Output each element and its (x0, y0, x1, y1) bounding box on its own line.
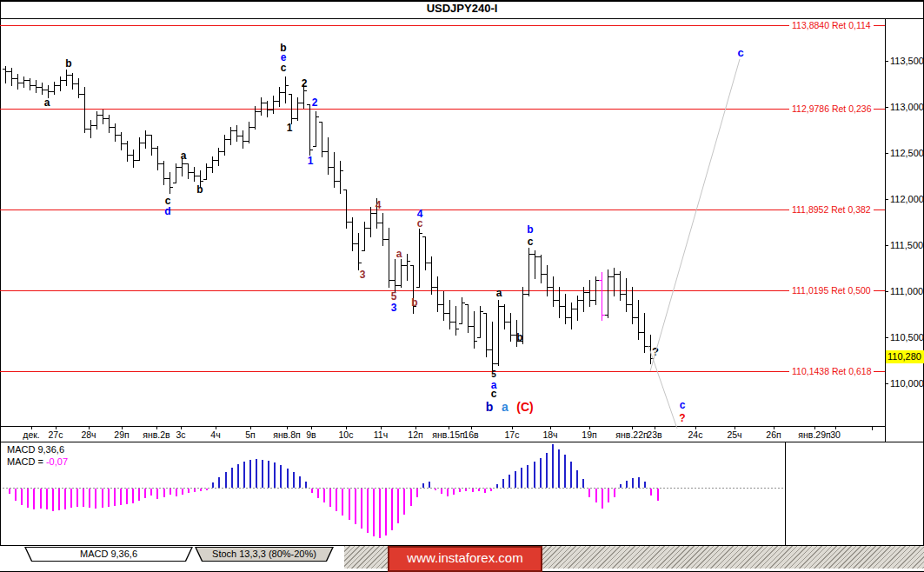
macd-histogram-bar (644, 482, 646, 488)
wave-label[interactable]: 3 (360, 269, 366, 280)
wave-label[interactable]: d (164, 206, 170, 216)
macd-histogram-bar (89, 489, 90, 508)
macd-histogram-bar (262, 460, 263, 488)
macd-histogram-bar (9, 489, 10, 494)
ohlc-open-tick (222, 151, 224, 152)
fib-retracement-line[interactable] (0, 210, 885, 210)
ohlc-open-tick (136, 160, 139, 161)
wave-label[interactable]: c (680, 400, 686, 410)
ohlc-open-tick (635, 317, 638, 318)
ohlc-open-tick (386, 239, 389, 240)
fib-retracement-label: 110,1438 Ret 0,618 (789, 367, 874, 376)
wave-label[interactable]: b (196, 184, 203, 195)
wave-label[interactable]: ? (652, 346, 659, 357)
tab-macd[interactable]: MACD 9,36,6 (24, 547, 193, 562)
ohlc-open-tick (51, 91, 54, 92)
ohlc-open-tick (495, 363, 498, 364)
wave-label[interactable]: a (396, 249, 402, 259)
ohlc-bar (553, 276, 554, 307)
macd-histogram-bar (52, 489, 54, 511)
wave-label[interactable]: a (502, 401, 509, 413)
wave-label[interactable]: 1 (287, 123, 293, 133)
instaforex-banner[interactable]: www.instaforex.com (388, 546, 542, 572)
macd-histogram-bar (200, 489, 202, 491)
wave-label[interactable]: c (737, 47, 743, 58)
ohlc-open-tick (39, 87, 42, 88)
macd-histogram-bar (218, 477, 220, 488)
ohlc-bar (437, 276, 438, 312)
ohlc-open-tick (319, 122, 322, 123)
fib-retracement-line[interactable] (0, 371, 885, 372)
macd-histogram-bar (620, 484, 622, 488)
ohlc-bar (571, 303, 572, 329)
macd-histogram-bar (385, 489, 387, 535)
wave-label[interactable]: a (44, 97, 50, 108)
ohlc-open-tick (191, 172, 194, 173)
wave-label[interactable]: c (281, 63, 287, 73)
macd-histogram-bar (602, 489, 603, 509)
ohlc-close-tick (341, 170, 343, 171)
wave-label[interactable]: 2 (312, 97, 318, 108)
ohlc-bar (389, 228, 389, 288)
tab-macd-label: MACD 9,36,6 (25, 548, 192, 561)
wave-label[interactable]: c (417, 218, 423, 229)
ohlc-open-tick (143, 143, 145, 143)
wave-label[interactable]: 5 (491, 370, 496, 379)
ohlc-open-tick (88, 129, 90, 130)
wave-label[interactable]: b (516, 332, 522, 343)
tab-stochastic[interactable]: Stoch 13,3,3 (80%-20%) (195, 547, 334, 562)
ohlc-open-tick (283, 92, 285, 93)
ohlc-open-tick (325, 151, 328, 152)
ohlc-bar (145, 130, 146, 149)
fib-retracement-line[interactable] (0, 290, 885, 291)
fib-retracement-line[interactable] (0, 109, 885, 110)
tab-stochastic-label: Stoch 13,3,3 (80%-20%) (196, 548, 333, 561)
wave-label[interactable]: b (527, 224, 533, 235)
ohlc-bar (334, 152, 335, 188)
ohlc-open-tick (532, 254, 535, 255)
wave-label[interactable]: a (496, 288, 502, 298)
wave-label[interactable]: 3 (391, 303, 397, 313)
macd-histogram-bar (608, 489, 609, 502)
wave-label[interactable]: 5 (391, 291, 397, 302)
ohlc-open-tick (270, 110, 273, 110)
macd-histogram-bar (582, 479, 584, 488)
macd-histogram-bar (552, 444, 554, 488)
wave-label[interactable]: 4 (376, 200, 382, 210)
wave-label[interactable]: c (491, 389, 497, 399)
time-axis-line (0, 426, 885, 427)
ohlc-open-tick (155, 148, 157, 149)
ohlc-close-tick (316, 116, 319, 117)
macd-histogram-bar (397, 489, 399, 523)
macd-histogram-bar (546, 453, 548, 488)
wave-label[interactable]: b (411, 297, 417, 308)
ohlc-bar (455, 306, 456, 336)
wave-label[interactable]: (C) (516, 401, 533, 413)
ohlc-open-tick (70, 75, 72, 76)
macd-histogram-bar (349, 489, 350, 520)
macd-indicator-value: MACD = -0,07 (7, 457, 68, 467)
ohlc-open-tick (477, 337, 480, 338)
macd-histogram-bar (311, 489, 313, 493)
wave-label[interactable]: 1 (308, 156, 314, 166)
ohlc-open-tick (648, 346, 650, 347)
wave-label[interactable]: a (181, 150, 187, 161)
ohlc-bar (115, 123, 116, 142)
ohlc-open-tick (161, 163, 163, 164)
macd-histogram-bar (163, 489, 165, 497)
ohlc-close-tick (304, 90, 307, 91)
macd-histogram-bar (176, 489, 177, 496)
ohlc-bar (328, 137, 329, 175)
wave-label[interactable]: b (65, 58, 71, 69)
ohlc-open-tick (416, 287, 419, 288)
macd-histogram-bar (156, 489, 158, 499)
ohlc-open-tick (349, 222, 352, 223)
wave-label[interactable]: ? (679, 413, 685, 423)
fib-retracement-line[interactable] (0, 25, 885, 26)
wave-label[interactable]: 2 (302, 78, 308, 89)
ohlc-bar (650, 335, 651, 364)
macd-histogram-bar (429, 482, 430, 488)
wave-label[interactable]: c (528, 236, 534, 247)
ohlc-bar (255, 106, 256, 130)
wave-label[interactable]: b (486, 401, 494, 413)
